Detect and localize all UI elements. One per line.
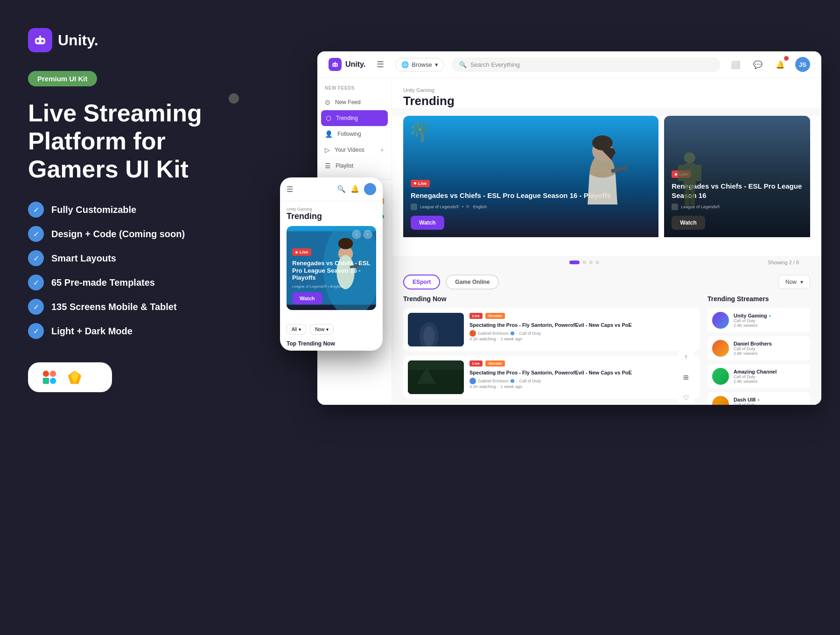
video-title-2: Spectating the Pros - Fly Santorin, Powe… — [469, 369, 695, 376]
game-name-1: League of Legends® — [420, 205, 459, 209]
hero-card-2: Live Renegades vs Chiefs - ESL Pro Leagu… — [664, 116, 810, 247]
sidebar-item-following[interactable]: 👤 Following — [317, 126, 392, 142]
hero-cards: 🌴 Live Renegades vs Chiefs - ESL Pro Lea… — [392, 116, 821, 256]
dot-separator: • — [462, 205, 463, 209]
video-thumb-2 — [408, 360, 464, 394]
thumb-art-1 — [408, 313, 464, 346]
mobile-bottom-title: Top Trending Now — [280, 339, 383, 351]
streamer-name-box-1: Unity Gaming ● — [734, 313, 805, 318]
mobile-notification-icon[interactable]: 🔔 — [350, 185, 359, 193]
streamer-item-1[interactable]: Unity Gaming ● Call of Duty 2.8K viewers — [707, 308, 810, 332]
streamer-name-box-3: Amazing Channel — [734, 369, 805, 374]
svg-point-2 — [42, 40, 44, 42]
notification-icon[interactable]: 🔔 — [773, 57, 788, 72]
globe-icon: 🌐 — [401, 61, 409, 68]
watch-count-1: 4.2K watching — [469, 337, 496, 341]
mobile-filter-all[interactable]: All ▾ — [287, 324, 306, 335]
page-info: Showing 2 / 8 — [768, 260, 799, 265]
mobile-watch-button[interactable]: Watch — [292, 292, 322, 304]
trending-area: Trending Now — [392, 295, 821, 405]
game-icon-1 — [411, 204, 417, 210]
mobile-nav: ☰ 🔍 🔔 — [280, 177, 383, 201]
mobile-content: Unity Gaming Trending ‹ › — [280, 201, 383, 320]
feature-list: ✓ Fully Customizable ✓ Design + Code (Co… — [28, 202, 224, 339]
main-content-area: New Feeds ⊙ New Feed ⬡ Trending 👤 Follow… — [317, 78, 821, 405]
streamer-item-2[interactable]: Daniel Brothers Call of Duty 2.8K viewer… — [707, 336, 810, 360]
video-card-2: Live Shooter Spectating the Pros - Fly S… — [403, 356, 700, 399]
feature-text-1: Fully Customizable — [51, 205, 136, 215]
sidebar-label-your-videos: Your Videos — [335, 147, 364, 153]
like-float-btn[interactable]: ♡ — [678, 389, 694, 405]
svg-rect-24 — [690, 187, 695, 205]
streamer-item-4[interactable]: Dash UI8 ● Call of Duty 2.8K viewers — [707, 392, 810, 405]
feature-item-2: ✓ Design + Code (Coming soon) — [28, 226, 224, 242]
mobile-prev-btn[interactable]: ‹ — [352, 230, 361, 239]
feature-item-1: ✓ Fully Customizable — [28, 202, 224, 218]
separator-1: · — [516, 331, 518, 336]
video-card-3: Live Shooter New Sub Emotes And Badges! — [403, 403, 700, 405]
watch-button-1[interactable]: Watch — [411, 216, 444, 230]
lang-1: English — [473, 205, 487, 209]
mobile-user-avatar[interactable] — [364, 183, 376, 195]
streamer-item-3[interactable]: Amazing Channel Call of Duty 2.8K viewer… — [707, 364, 810, 388]
chat-icon[interactable]: 💬 — [750, 57, 765, 72]
trending-streamers-title: Trending Streamers — [707, 295, 810, 303]
svg-rect-23 — [685, 187, 689, 205]
streamer-game-2: Call of Duty — [734, 346, 805, 351]
user-avatar[interactable]: JS — [795, 57, 810, 72]
thumb-art-2 — [408, 360, 464, 394]
nav-bar: Unity. ☰ 🌐 Browse ▾ 🔍 Search Everything … — [317, 51, 821, 78]
sidebar-section-new-feeds: New Feeds — [317, 85, 392, 91]
browse-label: Browse — [412, 61, 432, 68]
page-dot-3[interactable] — [589, 261, 593, 264]
feature-text-3: Smart Layouts — [51, 253, 116, 264]
streamer-name-box-4: Dash UI8 ● — [734, 397, 805, 402]
svg-rect-4 — [43, 371, 49, 377]
screen-icon[interactable]: ⬜ — [728, 57, 743, 72]
check-icon-5: ✓ — [28, 299, 44, 315]
dropdown-chevron-icon: ▾ — [800, 279, 803, 285]
sidebar-item-new-feed[interactable]: ⊙ New Feed — [317, 94, 392, 110]
hamburger-icon[interactable]: ☰ — [377, 59, 384, 70]
following-icon: 👤 — [325, 130, 333, 138]
browse-menu[interactable]: 🌐 Browse ▾ — [395, 58, 444, 71]
mobile-live-badge: Live — [292, 248, 311, 256]
mobile-menu-icon[interactable]: ☰ — [287, 185, 293, 194]
mobile-next-btn[interactable]: › — [363, 230, 372, 239]
video-thumb-1 — [408, 313, 464, 346]
game-tag-2: Call of Duty — [519, 379, 541, 383]
notification-badge — [784, 56, 789, 61]
search-placeholder: Search Everything — [470, 61, 520, 68]
streamer-viewers-1: 2.8K viewers — [734, 323, 805, 328]
filter-all-chevron: ▾ — [299, 327, 301, 332]
page-dot-2[interactable] — [582, 261, 586, 264]
mobile-hero-content: Live Renegades vs Chiefs - ESL Pro Leagu… — [292, 247, 371, 304]
svg-point-8 — [43, 378, 49, 384]
trending-now-title: Trending Now — [403, 295, 700, 303]
floating-action-panel: ↑ ⊞ ♡ — [678, 348, 694, 405]
page-dot-1[interactable] — [569, 261, 580, 264]
filter-now-dropdown[interactable]: Now ▾ — [778, 275, 810, 289]
share-float-btn[interactable]: ↑ — [678, 348, 694, 365]
nav-icons: ⬜ 💬 🔔 JS — [728, 57, 810, 72]
save-float-btn[interactable]: ⊞ — [678, 369, 694, 386]
mobile-search-icon[interactable]: 🔍 — [337, 185, 346, 193]
streamer-name-box-2: Daniel Brothers — [734, 341, 805, 346]
svg-point-1 — [37, 40, 39, 42]
sidebar-item-playlist[interactable]: ☰ Playlist — [317, 158, 392, 174]
nav-logo: Unity. — [329, 58, 365, 71]
video-badges-2: Live Shooter — [469, 360, 695, 367]
streamer-viewers-3: 2.8K viewers — [734, 379, 805, 384]
page-dot-4[interactable] — [595, 261, 599, 264]
video-stats-2: 4.2K watching · 1 week ago — [469, 384, 695, 389]
filter-esport[interactable]: ESport — [403, 275, 440, 289]
sidebar-item-trending[interactable]: ⬡ Trending — [321, 110, 388, 126]
mobile-title: Trending — [287, 212, 376, 221]
mobile-filter-now[interactable]: Now ▾ — [310, 324, 334, 335]
filter-game-online[interactable]: Game Online — [446, 275, 499, 289]
sep-2b: · — [498, 384, 499, 389]
check-icon-2: ✓ — [28, 226, 44, 242]
sidebar-item-your-videos[interactable]: ▷ Your Videos + — [317, 142, 392, 158]
search-bar[interactable]: 🔍 Search Everything — [452, 57, 721, 72]
flag-icon: 🏳 — [466, 205, 470, 209]
